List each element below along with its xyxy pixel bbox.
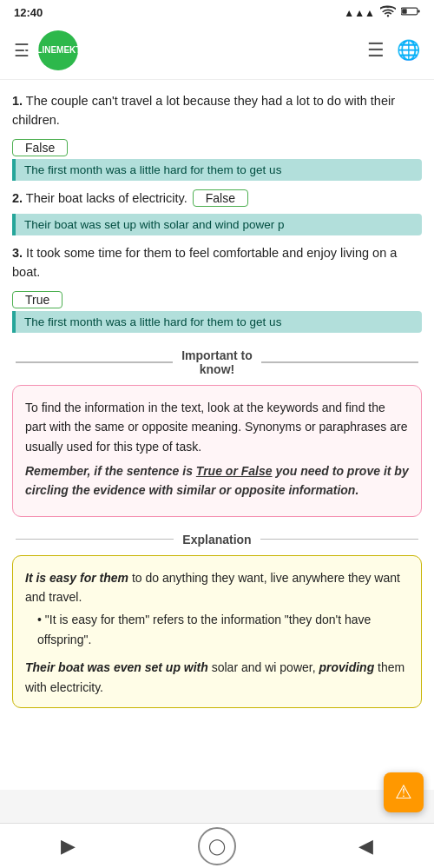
question-1: 1. The couple can't travel a lot because… bbox=[12, 92, 422, 181]
info-box: To find the information in the text, loo… bbox=[12, 385, 422, 517]
explanation-item-2: Their boat was even set up with solar an… bbox=[25, 658, 409, 697]
divider-line-left bbox=[16, 361, 173, 363]
status-icons: ▲▲▲ bbox=[344, 5, 420, 20]
list-icon[interactable]: ☰ bbox=[367, 39, 385, 62]
svg-rect-1 bbox=[418, 10, 419, 12]
important-divider: Important toknow! bbox=[12, 348, 422, 376]
important-title: Important toknow! bbox=[181, 348, 253, 376]
navbar-right: ☰ 🌐 bbox=[367, 39, 420, 62]
question-1-answer: False bbox=[12, 139, 68, 156]
question-3: 3. It took some time for them to feel co… bbox=[12, 244, 422, 333]
explanation-item-1: It is easy for them to do anything they … bbox=[25, 568, 409, 607]
question-2-answer: False bbox=[193, 189, 248, 207]
question-2-text: 2. Their boat lacks of electricity. bbox=[12, 189, 187, 209]
bottom-back-icon[interactable]: ▶ bbox=[61, 835, 76, 858]
explanation-item-1-bullet: "It is easy for them" refers to the info… bbox=[37, 610, 409, 649]
battery-icon bbox=[401, 5, 420, 20]
bottom-forward-icon[interactable]: ◀ bbox=[358, 835, 373, 858]
info-box-body: To find the information in the text, loo… bbox=[25, 398, 409, 456]
explanation-divider-left bbox=[16, 539, 174, 540]
explanation-divider: Explanation bbox=[12, 533, 422, 547]
question-1-line: 1. The couple can't travel a lot because… bbox=[12, 92, 422, 156]
warning-fab[interactable]: ⚠ bbox=[384, 772, 424, 812]
question-3-evidence: The first month was a little hard for th… bbox=[12, 311, 422, 333]
explanation-title: Explanation bbox=[182, 533, 251, 547]
status-bar: 12:40 ▲▲▲ bbox=[0, 0, 434, 23]
navbar-left: ☰ ONLINE MEKTEP bbox=[14, 30, 78, 70]
question-3-line: 3. It took some time for them to feel co… bbox=[12, 244, 422, 308]
status-time: 12:40 bbox=[14, 6, 43, 19]
question-2-line: 2. Their boat lacks of electricity. Fals… bbox=[12, 189, 422, 212]
svg-rect-2 bbox=[402, 9, 407, 14]
question-2: 2. Their boat lacks of electricity. Fals… bbox=[12, 189, 422, 236]
main-content: 1. The couple can't travel a lot because… bbox=[0, 80, 434, 790]
question-3-text: 3. It took some time for them to feel co… bbox=[12, 244, 422, 282]
navbar: ☰ ONLINE MEKTEP ☰ 🌐 bbox=[0, 23, 434, 80]
question-1-evidence: The first month was a little hard for th… bbox=[12, 159, 422, 181]
question-2-evidence: Their boat was set up with solar and win… bbox=[12, 214, 422, 235]
logo: ONLINE MEKTEP bbox=[38, 30, 78, 70]
info-box-remember: Remember, if the sentence is True or Fal… bbox=[25, 461, 409, 500]
explanation-divider-right bbox=[260, 539, 418, 540]
bottom-home-icon[interactable]: ◯ bbox=[198, 827, 236, 865]
explanation-box: It is easy for them to do anything they … bbox=[12, 555, 422, 708]
wifi-icon bbox=[380, 5, 396, 20]
divider-line-right bbox=[261, 361, 418, 363]
question-3-answer: True bbox=[12, 291, 62, 308]
bottom-nav: ▶ ◯ ◀ bbox=[0, 823, 434, 868]
globe-icon[interactable]: 🌐 bbox=[397, 39, 420, 62]
question-1-text: 1. The couple can't travel a lot because… bbox=[12, 92, 422, 130]
signal-icon: ▲▲▲ bbox=[344, 7, 375, 19]
